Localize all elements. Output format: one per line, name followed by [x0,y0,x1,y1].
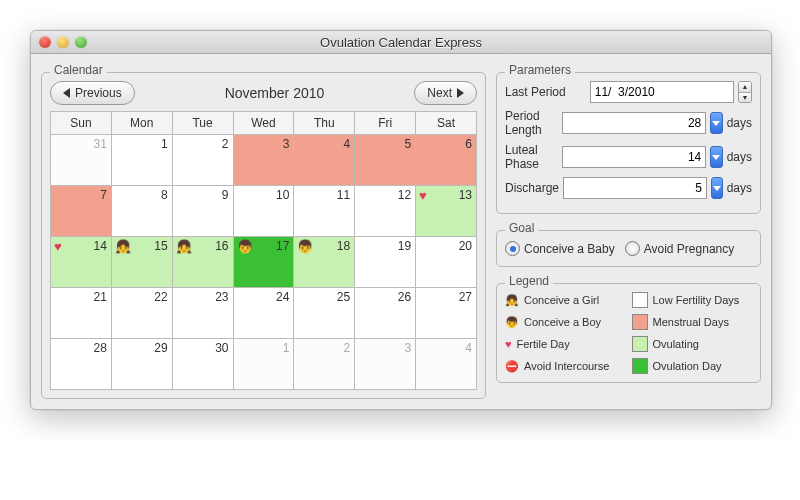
calendar-cell[interactable]: 29 [111,339,172,390]
swatch-icon [632,314,648,330]
calendar-cell[interactable]: 11 [294,186,355,237]
calendar-cell[interactable]: 13♥ [416,186,477,237]
heart-icon: ♥ [54,240,62,253]
calendar-cell[interactable]: 6 [416,135,477,186]
weekday-header: Sun [51,112,112,135]
discharge-input[interactable] [563,177,707,199]
next-button[interactable]: Next [414,81,477,105]
heart-icon: ♥ [505,338,512,350]
days-unit: days [727,150,752,164]
legend-boy: 👦Conceive a Boy [505,314,626,330]
legend-menstrual: Menstrual Days [632,314,753,330]
goal-group-label: Goal [505,221,538,235]
calendar-cell[interactable]: 1 [233,339,294,390]
calendar-cell[interactable]: 24 [233,288,294,339]
calendar-cell[interactable]: 30 [172,339,233,390]
weekday-header: Mon [111,112,172,135]
legend-ovulating: Ovulating [632,336,753,352]
calendar-cell[interactable]: 5 [355,135,416,186]
calendar-cell[interactable]: 2 [172,135,233,186]
legend-low: Low Fertility Days [632,292,753,308]
weekday-header: Sat [416,112,477,135]
calendar-cell[interactable]: 27 [416,288,477,339]
calendar-cell[interactable]: 21 [51,288,112,339]
heart-icon: ♥ [419,189,427,202]
calendar-cell[interactable]: 31 [51,135,112,186]
boy-icon: 👦 [237,240,253,253]
goal-avoid-radio[interactable]: Avoid Pregnancy [625,241,735,256]
calendar-group: Calendar Previous November 2010 Next Sun… [41,72,486,399]
calendar-cell[interactable]: 26 [355,288,416,339]
luteal-dropdown[interactable] [710,146,722,168]
calendar-cell[interactable]: 20 [416,237,477,288]
luteal-input[interactable] [562,146,706,168]
radio-icon [625,241,640,256]
girl-icon: 👧 [505,294,519,307]
close-icon[interactable] [39,36,51,48]
calendar-cell[interactable]: 8 [111,186,172,237]
calendar-cell[interactable]: 18👦 [294,237,355,288]
days-unit: days [727,116,752,130]
calendar-cell[interactable]: 23 [172,288,233,339]
calendar-cell[interactable]: 7 [51,186,112,237]
zoom-icon[interactable] [75,36,87,48]
minimize-icon[interactable] [57,36,69,48]
calendar-cell[interactable]: 25 [294,288,355,339]
weekday-header: Wed [233,112,294,135]
calendar-cell[interactable]: 14♥ [51,237,112,288]
calendar-cell[interactable]: 10 [233,186,294,237]
weekday-header: Tue [172,112,233,135]
last-period-input[interactable] [590,81,734,103]
calendar-cell[interactable]: 15👧 [111,237,172,288]
previous-button[interactable]: Previous [50,81,135,105]
discharge-label: Discharge [505,181,559,195]
legend-girl: 👧Conceive a Girl [505,292,626,308]
calendar-cell[interactable]: 3 [233,135,294,186]
calendar-cell[interactable]: 1 [111,135,172,186]
girl-icon: 👧 [115,240,131,253]
weekday-header: Fri [355,112,416,135]
swatch-icon [632,336,648,352]
no-entry-icon: ⛔ [505,360,519,373]
calendar-cell[interactable]: 2 [294,339,355,390]
discharge-dropdown[interactable] [711,177,723,199]
traffic-lights [39,36,87,48]
legend-group: Legend 👧Conceive a Girl Low Fertility Da… [496,283,761,383]
previous-label: Previous [75,86,122,100]
calendar-cell[interactable]: 4 [416,339,477,390]
parameters-group: Parameters Last Period ▲▼ Period Length … [496,72,761,214]
days-unit: days [727,181,752,195]
goal-group: Goal Conceive a Baby Avoid Pregnancy [496,230,761,267]
window-title: Ovulation Calendar Express [31,35,771,50]
period-length-input[interactable] [562,112,706,134]
calendar-cell[interactable]: 4 [294,135,355,186]
calendar-cell[interactable]: 19 [355,237,416,288]
next-label: Next [427,86,452,100]
goal-conceive-radio[interactable]: Conceive a Baby [505,241,615,256]
chevron-left-icon [63,88,70,98]
swatch-icon [632,358,648,374]
calendar-cell[interactable]: 3 [355,339,416,390]
calendar-cell[interactable]: 16👧 [172,237,233,288]
calendar-cell[interactable]: 12 [355,186,416,237]
swatch-icon [632,292,648,308]
last-period-stepper[interactable]: ▲▼ [738,81,752,103]
calendar-group-label: Calendar [50,63,107,77]
goal-avoid-label: Avoid Pregnancy [644,242,735,256]
goal-conceive-label: Conceive a Baby [524,242,615,256]
parameters-group-label: Parameters [505,63,575,77]
calendar-cell[interactable]: 28 [51,339,112,390]
chevron-right-icon [457,88,464,98]
radio-icon [505,241,520,256]
legend-avoid: ⛔Avoid Intercourse [505,358,626,374]
calendar-cell[interactable]: 17👦 [233,237,294,288]
calendar-cell[interactable]: 9 [172,186,233,237]
period-length-dropdown[interactable] [710,112,722,134]
calendar-table: SunMonTueWedThuFriSat 311234567891011121… [50,111,477,390]
legend-ovday: Ovulation Day [632,358,753,374]
app-window: Ovulation Calendar Express Calendar Prev… [30,30,772,410]
legend-fertile: ♥Fertile Day [505,336,626,352]
luteal-label: Luteal Phase [505,143,558,171]
calendar-cell[interactable]: 22 [111,288,172,339]
titlebar: Ovulation Calendar Express [31,31,771,54]
